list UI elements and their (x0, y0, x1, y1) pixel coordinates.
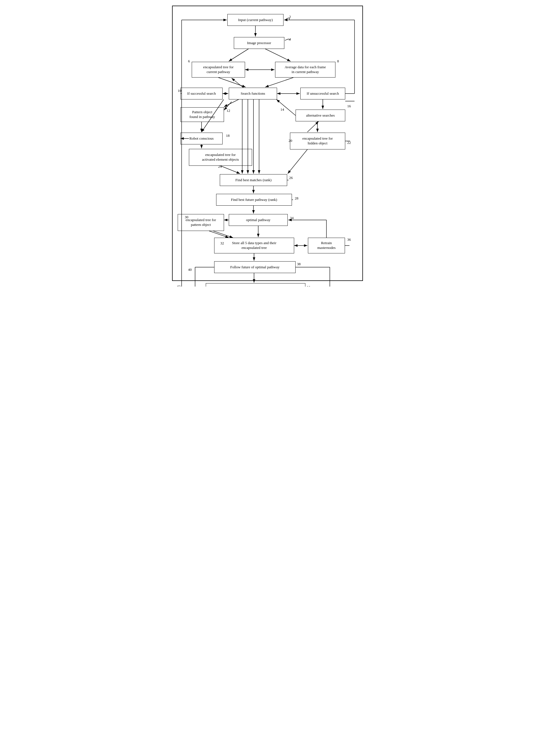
label-n14: 14 (280, 107, 284, 111)
svg-line-29 (213, 231, 233, 238)
box-store-all: Store all 5 data types and their encapsu… (214, 238, 294, 254)
box-universalize: Universalize data around optimal pathway (206, 283, 305, 287)
svg-line-3 (229, 49, 248, 61)
box-input: Input (current pathway) (227, 14, 284, 26)
box-enc-activated: encapsulated tree for activated element … (189, 149, 252, 166)
svg-line-6 (218, 77, 246, 87)
label-n2: 2 (289, 15, 291, 19)
label-n42: 42 (177, 284, 181, 287)
svg-line-8 (232, 78, 243, 88)
box-if-unsuccessful: If unsuccessful search (300, 88, 345, 100)
diagram-container: Input (current pathway) Image processor … (172, 6, 363, 281)
box-image-processor: Image processor (234, 37, 284, 49)
svg-line-13 (224, 102, 232, 110)
svg-line-12 (224, 100, 239, 107)
svg-line-22 (220, 166, 240, 174)
label-n26: 26 (289, 176, 293, 180)
svg-line-4 (265, 49, 291, 61)
label-n28: 28 (295, 196, 298, 200)
box-enc-tree-current: encapsulated tree for current pathway (192, 62, 245, 77)
box-alt-searches: alternative searches (296, 109, 345, 121)
box-search-functions: Search functions (229, 88, 277, 100)
label-n40: 40 (188, 267, 192, 272)
svg-line-55 (276, 100, 296, 115)
svg-line-7 (265, 77, 293, 87)
svg-line-28 (209, 231, 229, 238)
box-optimal-pathway: optimal pathway (229, 214, 288, 226)
label-n12: 12 (227, 108, 230, 113)
box-retrain: Retrain masternodes (308, 238, 345, 254)
label-n44: 44 (306, 285, 310, 287)
label-n22: 22 (347, 140, 351, 145)
box-pattern-found: Pattern object found in pathway (181, 107, 224, 122)
box-avg-data: Average data for each frame in current p… (275, 62, 335, 77)
box-follow-future: Follow future of optimal pathway (214, 261, 296, 273)
label-n6: 6 (188, 59, 190, 63)
label-n18: 18 (226, 134, 230, 138)
label-n36: 36 (347, 237, 351, 242)
box-if-successful: If successful search (181, 88, 223, 100)
box-robot-conscious: Robot conscious (181, 133, 223, 144)
svg-line-56 (307, 121, 319, 132)
box-find-best-future: Find best future pathway (rank) (216, 194, 292, 206)
label-n8: 8 (337, 59, 339, 63)
label-n38: 38 (297, 262, 301, 266)
svg-line-21 (288, 149, 307, 174)
box-find-best-matches: Find best matches (rank) (220, 174, 287, 186)
box-enc-pattern: encapsulated tree for pattern object (178, 214, 224, 231)
label-n4: 4 (289, 37, 291, 41)
box-enc-hidden: encapsulated tree for hidden object (290, 133, 345, 149)
label-n16: 16 (347, 104, 351, 108)
label-n34: 34 (290, 216, 294, 220)
